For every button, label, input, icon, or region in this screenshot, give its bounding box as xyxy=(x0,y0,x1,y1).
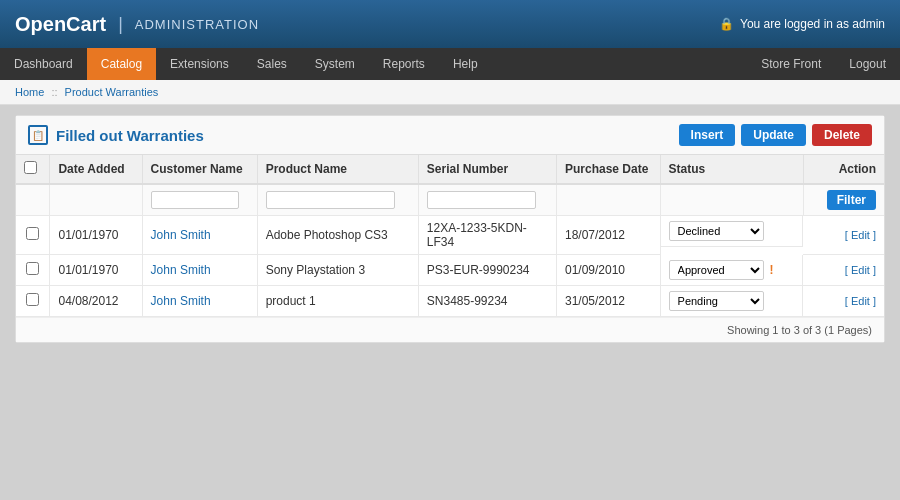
row-action: [ Edit ] xyxy=(803,286,884,317)
panel-buttons: Insert Update Delete xyxy=(679,124,872,146)
row-customer-name: John Smith xyxy=(142,216,257,255)
row-serial-number: SN3485-99234 xyxy=(418,286,556,317)
table-body: 01/01/1970John SmithAdobe Photoshop CS31… xyxy=(16,216,884,317)
customer-link[interactable]: John Smith xyxy=(151,263,211,277)
row-customer-name: John Smith xyxy=(142,286,257,317)
row-purchase-date: 01/09/2010 xyxy=(556,255,660,286)
breadcrumb-sep: :: xyxy=(51,86,57,98)
filter-status xyxy=(660,184,803,216)
filter-product-input[interactable] xyxy=(266,191,396,209)
panel-title: 📋 Filled out Warranties xyxy=(28,125,204,145)
row-purchase-date: 31/05/2012 xyxy=(556,286,660,317)
filter-date xyxy=(50,184,142,216)
row-serial-number: PS3-EUR-9990234 xyxy=(418,255,556,286)
nav-sales[interactable]: Sales xyxy=(243,48,301,80)
nav-catalog[interactable]: Catalog xyxy=(87,48,156,80)
pagination: Showing 1 to 3 of 3 (1 Pages) xyxy=(16,317,884,342)
customer-link[interactable]: John Smith xyxy=(151,294,211,308)
filter-action-cell: Filter xyxy=(803,184,884,216)
row-status: DeclinedApprovedPending! xyxy=(661,255,804,286)
lock-icon: 🔒 xyxy=(719,17,734,31)
header-right: 🔒 You are logged in as admin xyxy=(719,17,885,31)
delete-button[interactable]: Delete xyxy=(812,124,872,146)
row-status: DeclinedApprovedPending xyxy=(661,216,804,247)
pagination-text: Showing 1 to 3 of 3 (1 Pages) xyxy=(727,324,872,336)
table-row: 01/01/1970John SmithSony Playstation 3PS… xyxy=(16,255,884,286)
row-status: DeclinedApprovedPending xyxy=(661,286,804,317)
edit-link[interactable]: [ Edit ] xyxy=(845,229,876,241)
table-row: 01/01/1970John SmithAdobe Photoshop CS31… xyxy=(16,216,884,255)
filter-serial-input[interactable] xyxy=(427,191,536,209)
row-product-name: Adobe Photoshop CS3 xyxy=(257,216,418,255)
col-date-added: Date Added xyxy=(50,155,142,184)
row-serial-number: 12XA-1233-5KDN-LF34 xyxy=(418,216,556,255)
col-product-name: Product Name xyxy=(257,155,418,184)
filter-button[interactable]: Filter xyxy=(827,190,876,210)
row-date-added: 01/01/1970 xyxy=(50,216,142,255)
row-checkbox-cell xyxy=(16,255,50,286)
nav-system[interactable]: System xyxy=(301,48,369,80)
row-action: [ Edit ] xyxy=(803,216,884,255)
status-select[interactable]: DeclinedApprovedPending xyxy=(669,260,764,280)
select-all-checkbox[interactable] xyxy=(24,161,37,174)
nav-storefront[interactable]: Store Front xyxy=(747,48,835,80)
row-product-name: product 1 xyxy=(257,286,418,317)
navigation: Dashboard Catalog Extensions Sales Syste… xyxy=(0,48,900,80)
main-panel: 📋 Filled out Warranties Insert Update De… xyxy=(15,115,885,343)
status-select[interactable]: DeclinedApprovedPending xyxy=(669,221,764,241)
nav-dashboard[interactable]: Dashboard xyxy=(0,48,87,80)
filter-row: Filter xyxy=(16,184,884,216)
panel-header: 📋 Filled out Warranties Insert Update De… xyxy=(16,116,884,155)
row-checkbox[interactable] xyxy=(26,293,39,306)
nav-reports[interactable]: Reports xyxy=(369,48,439,80)
status-select[interactable]: DeclinedApprovedPending xyxy=(669,291,764,311)
filter-customer-input[interactable] xyxy=(151,191,239,209)
header-separator: | xyxy=(118,14,123,35)
header-logo: OpenCart | ADMINISTRATION xyxy=(15,13,259,36)
filter-product xyxy=(257,184,418,216)
filter-customer xyxy=(142,184,257,216)
row-product-name: Sony Playstation 3 xyxy=(257,255,418,286)
row-date-added: 01/01/1970 xyxy=(50,255,142,286)
col-serial-number: Serial Number xyxy=(418,155,556,184)
col-checkbox xyxy=(16,155,50,184)
col-customer-name: Customer Name xyxy=(142,155,257,184)
breadcrumb-warranties[interactable]: Product Warranties xyxy=(65,86,159,98)
header: OpenCart | ADMINISTRATION 🔒 You are logg… xyxy=(0,0,900,48)
brand-name: OpenCart xyxy=(15,13,106,36)
nav-left: Dashboard Catalog Extensions Sales Syste… xyxy=(0,48,492,80)
breadcrumb: Home :: Product Warranties xyxy=(0,80,900,105)
warranty-table: Date Added Customer Name Product Name Se… xyxy=(16,155,884,317)
edit-link[interactable]: [ Edit ] xyxy=(845,264,876,276)
filter-purchase xyxy=(556,184,660,216)
row-checkbox[interactable] xyxy=(26,227,39,240)
row-checkbox[interactable] xyxy=(26,262,39,275)
filter-cb xyxy=(16,184,50,216)
update-button[interactable]: Update xyxy=(741,124,806,146)
row-action: [ Edit ] xyxy=(803,255,884,286)
col-action: Action xyxy=(803,155,884,184)
nav-help[interactable]: Help xyxy=(439,48,492,80)
col-status: Status xyxy=(660,155,803,184)
document-icon: 📋 xyxy=(28,125,48,145)
customer-link[interactable]: John Smith xyxy=(151,228,211,242)
panel-title-text: Filled out Warranties xyxy=(56,127,204,144)
row-customer-name: John Smith xyxy=(142,255,257,286)
edit-link[interactable]: [ Edit ] xyxy=(845,295,876,307)
row-purchase-date: 18/07/2012 xyxy=(556,216,660,255)
row-checkbox-cell xyxy=(16,286,50,317)
admin-label: ADMINISTRATION xyxy=(135,17,259,32)
warning-icon: ! xyxy=(770,263,774,277)
row-checkbox-cell xyxy=(16,216,50,255)
breadcrumb-home[interactable]: Home xyxy=(15,86,44,98)
col-purchase-date: Purchase Date xyxy=(556,155,660,184)
nav-extensions[interactable]: Extensions xyxy=(156,48,243,80)
row-date-added: 04/08/2012 xyxy=(50,286,142,317)
nav-logout[interactable]: Logout xyxy=(835,48,900,80)
nav-right: Store Front Logout xyxy=(747,48,900,80)
filter-serial xyxy=(418,184,556,216)
table-row: 04/08/2012John Smithproduct 1SN3485-9923… xyxy=(16,286,884,317)
logged-in-text: You are logged in as admin xyxy=(740,17,885,31)
table-header-row: Date Added Customer Name Product Name Se… xyxy=(16,155,884,184)
insert-button[interactable]: Insert xyxy=(679,124,736,146)
